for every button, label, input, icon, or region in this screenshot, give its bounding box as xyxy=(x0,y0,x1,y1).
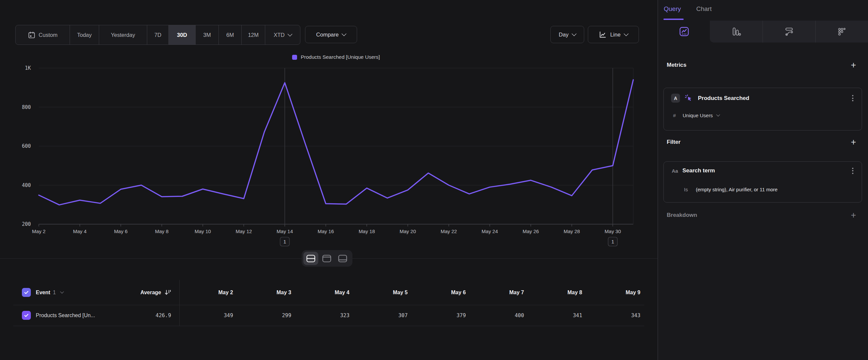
sort-descending-icon[interactable] xyxy=(164,289,171,296)
x-axis-label: May 12 xyxy=(236,228,252,234)
layout-table-only-button[interactable] xyxy=(335,252,350,265)
compare-label: Compare xyxy=(316,32,339,38)
query-sidebar: Query Chart xyxy=(657,0,868,360)
date-column-headers: May 2May 3May 4May 5May 6May 7May 8May 9 xyxy=(179,280,641,305)
row-divider xyxy=(13,326,644,326)
data-series-line[interactable] xyxy=(39,80,633,205)
annotation-badge-label: 1 xyxy=(611,239,614,244)
column-header-may-4: May 4 xyxy=(291,289,350,296)
range-label: XTD xyxy=(274,32,285,38)
flows-icon xyxy=(784,27,794,36)
range-button-6m[interactable]: 6M xyxy=(218,25,241,45)
range-button-12m[interactable]: 12M xyxy=(241,25,265,45)
date-values: 349299323307379400341343 xyxy=(179,305,641,326)
line-chart-plot[interactable]: 1K800600400200May 2May 4May 6May 8May 10… xyxy=(0,47,657,259)
range-label: Today xyxy=(77,32,92,38)
x-axis-label: May 16 xyxy=(318,228,334,234)
add-metric-button[interactable]: + xyxy=(851,62,856,68)
x-axis-label: May 2 xyxy=(32,228,46,234)
range-label: 12M xyxy=(248,32,258,38)
kebab-menu-icon[interactable] xyxy=(850,168,856,174)
range-button-custom[interactable]: Custom xyxy=(16,25,70,45)
cell-may-3: 299 xyxy=(233,312,291,319)
layout-chart-only-button[interactable] xyxy=(319,252,334,265)
report-tab-funnels[interactable] xyxy=(710,21,763,43)
range-button-yesterday[interactable]: Yesterday xyxy=(99,25,147,45)
column-header-may-7: May 7 xyxy=(466,289,524,296)
filter-card[interactable]: Aa Search term Is (empty string), Air pu… xyxy=(663,161,862,202)
tab-query[interactable]: Query xyxy=(664,5,681,12)
range-label: 30D xyxy=(177,32,187,38)
measure-label: Unique Users xyxy=(683,113,713,118)
granularity-label: Day xyxy=(559,32,568,38)
breakdown-section-header: Breakdown + xyxy=(667,212,856,219)
funnels-icon xyxy=(732,27,741,36)
kebab-menu-icon[interactable] xyxy=(850,95,856,101)
layout-split-button[interactable] xyxy=(303,252,318,265)
y-axis-label: 200 xyxy=(22,221,31,227)
calendar-icon xyxy=(28,31,35,39)
average-value: 426.9 xyxy=(155,312,171,319)
chart-type-button[interactable]: Line xyxy=(588,26,639,43)
x-axis-label: May 30 xyxy=(605,228,621,234)
column-header-may-3: May 3 xyxy=(233,289,291,296)
range-button-30d[interactable]: 30D xyxy=(168,25,195,45)
range-label: 7D xyxy=(154,32,161,38)
chevron-down-icon[interactable] xyxy=(60,289,64,293)
cell-may-4: 323 xyxy=(291,312,350,319)
column-header-may-9: May 9 xyxy=(582,289,641,296)
y-axis-label: 800 xyxy=(22,104,31,110)
metric-card[interactable]: A Products Searched # Unique Users xyxy=(663,88,862,131)
report-tab-flows[interactable] xyxy=(763,21,815,43)
report-tab-insights[interactable] xyxy=(658,21,710,43)
range-button-7d[interactable]: 7D xyxy=(147,25,168,45)
string-property-icon: Aa xyxy=(672,168,678,174)
filter-operator: Is xyxy=(684,187,688,192)
layout-toggle-group xyxy=(302,250,352,267)
row-divider xyxy=(13,305,644,305)
cell-may-9: 343 xyxy=(582,312,641,319)
column-header-may-2: May 2 xyxy=(179,289,233,296)
metrics-heading: Metrics xyxy=(667,62,687,68)
report-tab-retention[interactable] xyxy=(815,21,868,43)
add-filter-button[interactable]: + xyxy=(851,139,856,145)
report-type-tabs xyxy=(658,21,868,43)
add-breakdown-button[interactable]: + xyxy=(851,212,856,219)
range-label: Custom xyxy=(39,32,58,38)
metric-event-name: Products Searched xyxy=(698,95,749,102)
filter-property-name: Search term xyxy=(682,167,715,174)
chevron-down-icon xyxy=(623,31,629,36)
x-axis-label: May 24 xyxy=(482,228,498,234)
y-axis-label: 600 xyxy=(22,143,31,149)
filter-condition[interactable]: Is (empty string), Air purifier, or 11 m… xyxy=(684,187,777,192)
chevron-down-icon xyxy=(571,31,577,36)
date-range-group: CustomTodayYesterday7D30D3M6M12MXTD xyxy=(15,25,300,45)
breakdown-heading: Breakdown xyxy=(667,212,697,219)
cell-may-8: 341 xyxy=(524,312,583,319)
x-axis-label: May 4 xyxy=(73,228,87,234)
x-axis-label: May 18 xyxy=(359,228,375,234)
x-axis-label: May 8 xyxy=(155,228,169,234)
column-header-may-6: May 6 xyxy=(408,289,466,296)
breakdown-table: Event 1 Average May 2May 3May 4May 5May … xyxy=(0,280,657,327)
tab-chart[interactable]: Chart xyxy=(696,5,712,12)
x-axis-label: May 6 xyxy=(114,228,128,234)
insights-icon xyxy=(679,27,689,36)
range-button-today[interactable]: Today xyxy=(70,25,99,45)
table-header-row: Event 1 Average May 2May 3May 4May 5May … xyxy=(0,280,657,305)
range-label: Yesterday xyxy=(111,32,135,38)
table-data-row[interactable]: Products Searched [Un... 426.9 349299323… xyxy=(0,305,657,326)
number-symbol: # xyxy=(673,113,678,118)
granularity-button[interactable]: Day xyxy=(550,26,584,43)
range-button-xtd[interactable]: XTD xyxy=(265,25,300,45)
range-button-3m[interactable]: 3M xyxy=(195,25,218,45)
range-label: 3M xyxy=(203,32,211,38)
measure-selector[interactable]: # Unique Users xyxy=(673,113,719,118)
y-axis-label: 1K xyxy=(25,65,31,71)
y-axis-label: 400 xyxy=(22,182,31,188)
column-divider xyxy=(179,280,180,326)
select-all-checkbox[interactable] xyxy=(22,288,31,297)
filter-section-header: Filter + xyxy=(667,139,856,145)
compare-button[interactable]: Compare xyxy=(305,26,357,43)
row-checkbox[interactable] xyxy=(22,311,31,320)
